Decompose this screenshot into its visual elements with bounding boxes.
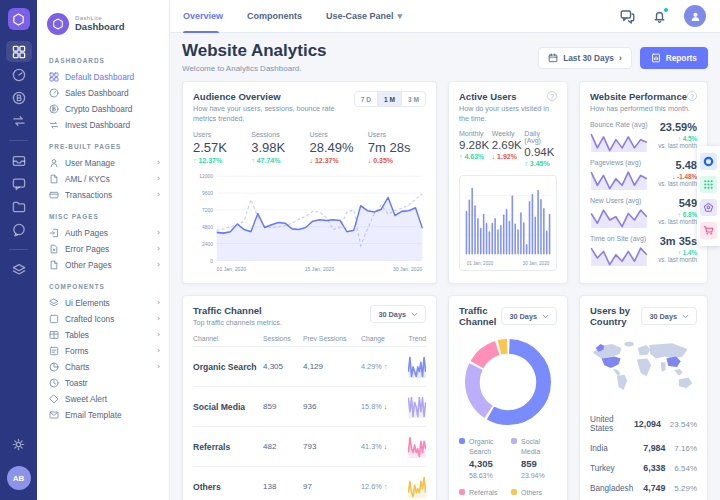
ring-icon [703, 156, 714, 167]
card-subtitle: Top traffic channels metrics. [193, 318, 282, 328]
sidebar-item-ui-elements[interactable]: Ui Elements› [49, 295, 169, 311]
svg-text:30 Jan, 2020: 30 Jan, 2020 [393, 266, 422, 272]
notification-dot [664, 8, 668, 12]
rail-item-layers[interactable] [6, 259, 32, 280]
rail-item-files[interactable] [6, 196, 32, 217]
layers-icon [49, 298, 59, 308]
sidebar-item-forms[interactable]: Forms› [49, 343, 169, 359]
rail-divider [9, 140, 28, 141]
section-title: COMPONENTS [49, 283, 169, 290]
sidebar-item-aml-kycs[interactable]: AML / KYCs› [49, 171, 169, 187]
sidebar-item-email-template[interactable]: Email Template [49, 407, 169, 423]
rail-item-dashboards[interactable] [6, 41, 32, 62]
help-icon[interactable]: ? [687, 91, 697, 101]
table-header: Channel Sessions Prev Sessions Change Tr… [193, 335, 426, 346]
range-segment-control: 7 D 1 M 3 M [354, 91, 426, 107]
table-row[interactable]: Social Media 859 936 15.8% ↓ [193, 386, 426, 426]
rail-settings-button[interactable] [6, 434, 32, 455]
tab-components[interactable]: Components [247, 0, 302, 33]
folder-icon [12, 200, 26, 214]
svg-text:15 Jan, 2020: 15 Jan, 2020 [305, 266, 334, 272]
swap-icon [12, 114, 26, 128]
tab-overview[interactable]: Overview [183, 0, 223, 33]
users-icon [49, 158, 59, 168]
dashlite-logo-icon[interactable] [8, 8, 30, 30]
rail-item-invest[interactable] [6, 110, 32, 131]
chevron-right-icon: › [157, 347, 160, 355]
users-by-country-card: Users by Country 30 Days [579, 295, 708, 500]
notifications-button[interactable] [652, 9, 667, 24]
sidebar-item-auth-pages[interactable]: Auth Pages› [49, 225, 169, 241]
bitcoin-icon [12, 91, 26, 105]
chevron-right-icon: › [157, 299, 160, 307]
range-1m[interactable]: 1 M [377, 92, 401, 106]
range-dropdown[interactable]: 30 Days [501, 307, 557, 325]
sidebar-item-crafted-icons[interactable]: Crafted Icons› [49, 311, 169, 327]
card-title: Traffic Channel [459, 305, 501, 327]
gauge-icon [12, 68, 26, 82]
sidebar-item-user-manage[interactable]: User Manage› [49, 155, 169, 171]
swap-icon [49, 120, 59, 130]
user-avatar[interactable] [684, 5, 706, 27]
chevron-right-icon: › [157, 363, 160, 371]
legend-swatch [459, 438, 465, 444]
page-title: Website Analytics [182, 41, 327, 61]
framework-dots-button[interactable] [700, 176, 717, 193]
framework-pentagon-button[interactable] [700, 199, 717, 216]
stat-bounce: Users 28.49% ↓ 12.37% [310, 131, 368, 164]
date-range-button[interactable]: Last 30 Days › [538, 47, 632, 69]
range-dropdown[interactable]: 30 Days [370, 305, 426, 323]
card-title: Active Users [459, 91, 517, 102]
performance-sparkline [590, 208, 648, 228]
sidebar-item-other-pages[interactable]: Other Pages› [49, 257, 169, 273]
rail-item-messages[interactable] [6, 173, 32, 194]
reports-button[interactable]: Reports [640, 47, 708, 69]
brand[interactable]: DashLite Dashboard [37, 0, 169, 45]
chevron-right-icon: › [157, 175, 160, 183]
world-map [590, 335, 697, 401]
btc-icon [49, 104, 59, 114]
sidebar-item-toastr[interactable]: Toastr [49, 375, 169, 391]
help-icon[interactable]: ? [547, 91, 557, 101]
svg-text:7200: 7200 [202, 207, 213, 213]
cart-button[interactable] [700, 222, 717, 239]
chevron-right-icon: › [157, 331, 160, 339]
app-window: AB DashLite Dashboard DASHBOARDSDefault … [0, 0, 720, 500]
icon-rail: AB [0, 0, 37, 500]
svg-text:2400: 2400 [202, 241, 213, 247]
messages-icon[interactable] [620, 9, 635, 24]
sidebar-item-transactions[interactable]: Transactions› [49, 187, 169, 203]
table-row[interactable]: Referrals 482 793 41.3% ↓ [193, 426, 426, 466]
chevron-down-icon: ▾ [398, 11, 403, 21]
sidebar-item-error-pages[interactable]: Error Pages› [49, 241, 169, 257]
topbar: Overview Components Use-Case Panel▾ [170, 0, 720, 33]
square-icon [49, 314, 59, 324]
pentagon-icon [703, 202, 714, 213]
framework-circle-button[interactable] [700, 153, 717, 170]
sidebar-item-sales-dashboard[interactable]: Sales Dashboard [49, 85, 169, 101]
sidebar-item-charts[interactable]: Charts› [49, 359, 169, 375]
sidebar-item-crypto-dashboard[interactable]: Crypto Dashboard [49, 101, 169, 117]
range-dropdown[interactable]: 30 Days [641, 307, 697, 325]
table-row[interactable]: Others 138 97 12.6% ↑ [193, 466, 426, 500]
legend-swatch [511, 489, 517, 495]
chevron-right-icon: › [157, 261, 160, 269]
sidebar-item-tables[interactable]: Tables› [49, 327, 169, 343]
rail-avatar[interactable]: AB [7, 466, 31, 490]
content: Website Analytics Welcome to Analytics D… [170, 33, 720, 500]
chevron-right-icon: › [157, 315, 160, 323]
pie-icon [49, 362, 59, 372]
range-3m[interactable]: 3 M [401, 92, 425, 106]
range-7d[interactable]: 7 D [355, 92, 377, 106]
sidebar-item-sweet-alert[interactable]: Sweet Alert [49, 391, 169, 407]
rail-item-support[interactable] [6, 219, 32, 240]
sidebar-item-default-dashboard[interactable]: Default Dashboard [49, 69, 169, 85]
performance-row: Time on Site (avg) 3m 35s ↑ 1.4% vs. las… [590, 235, 697, 266]
rail-item-inbox[interactable] [6, 150, 32, 171]
inbox-icon [12, 154, 26, 168]
sidebar-item-invest-dashboard[interactable]: Invest Dashboard [49, 117, 169, 133]
rail-item-sales[interactable] [6, 64, 32, 85]
rail-item-crypto[interactable] [6, 87, 32, 108]
table-row[interactable]: Organic Search 4,305 4,129 4.29% ↑ [193, 346, 426, 386]
tab-use-case-panel[interactable]: Use-Case Panel▾ [326, 0, 402, 33]
